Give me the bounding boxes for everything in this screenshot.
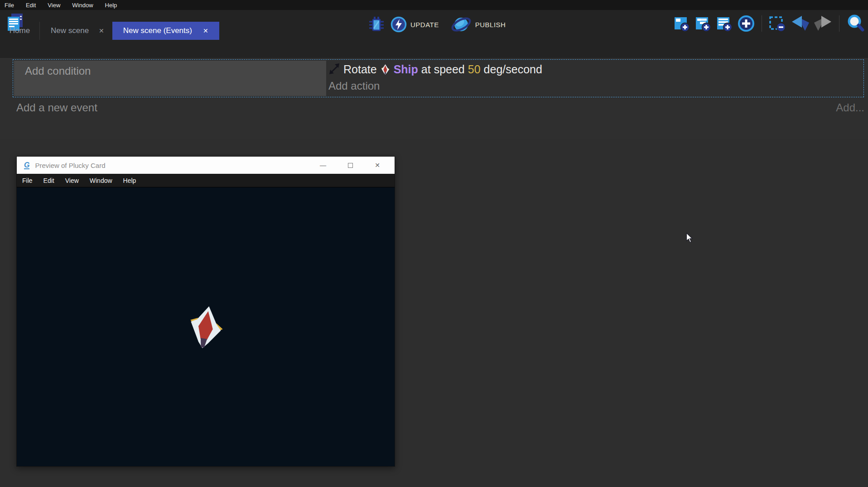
- add-event-icon: [674, 15, 690, 32]
- action-object-name: Ship: [394, 63, 418, 76]
- rotate-arrows-icon: [328, 63, 340, 76]
- add-event-button[interactable]: [674, 15, 690, 32]
- circle-plus-icon: [738, 15, 755, 32]
- menu-help[interactable]: Help: [105, 2, 117, 9]
- preview-menu-edit[interactable]: Edit: [43, 177, 54, 184]
- add-comment-button[interactable]: [716, 15, 733, 32]
- main-toolbar: UPDATE PUBLISH: [0, 10, 868, 40]
- debug-button[interactable]: [368, 15, 385, 34]
- add-more-button[interactable]: Add...: [836, 101, 864, 114]
- event-row-selected[interactable]: Add condition Rotate: [13, 59, 864, 97]
- menu-edit[interactable]: Edit: [26, 2, 36, 9]
- action-text-suffix: deg/second: [484, 63, 542, 76]
- close-tab-icon[interactable]: ✕: [99, 27, 104, 34]
- maximize-button[interactable]: [347, 162, 354, 169]
- tab-home[interactable]: Home: [0, 22, 40, 40]
- preview-window-title: Preview of Plucky Card: [35, 162, 105, 169]
- tab-new-scene-events[interactable]: New scene (Events) ✕: [112, 22, 219, 40]
- preview-menubar: File Edit View Window Help: [17, 174, 395, 187]
- tab-label: New scene: [51, 26, 89, 35]
- dashed-square-minus-icon: [769, 15, 786, 32]
- action-rotate[interactable]: Rotate Ship at speed 50 deg/second: [328, 60, 862, 78]
- tab-label: Home: [10, 26, 30, 35]
- actions-cell: Rotate Ship at speed 50 deg/second Add a…: [328, 60, 862, 95]
- undo-button[interactable]: [791, 15, 809, 32]
- redo-button[interactable]: [814, 15, 832, 32]
- window-controls: — ✕: [319, 162, 387, 169]
- preview-menu-window[interactable]: Window: [90, 177, 112, 184]
- events-sheet: Add condition Rotate: [0, 58, 868, 139]
- game-canvas[interactable]: [17, 187, 395, 466]
- add-action-placeholder[interactable]: Add action: [328, 78, 862, 95]
- debug-bug-icon: [368, 15, 385, 34]
- preview-menu-view[interactable]: View: [65, 177, 79, 184]
- undo-arrow-icon: [791, 15, 809, 32]
- update-button[interactable]: UPDATE: [391, 16, 439, 33]
- action-value: 50: [468, 63, 481, 76]
- conditions-cell[interactable]: Add condition: [14, 61, 326, 96]
- action-text-middle: at speed: [421, 63, 465, 76]
- publish-label: PUBLISH: [475, 21, 506, 29]
- tab-new-scene[interactable]: New scene ✕: [40, 22, 112, 40]
- publish-button[interactable]: PUBLISH: [451, 15, 506, 34]
- gdevelop-logo-icon: G: [24, 162, 29, 169]
- mouse-cursor: [686, 233, 694, 243]
- add-subevent-button[interactable]: [695, 15, 711, 32]
- menu-window[interactable]: Window: [72, 2, 93, 9]
- toolbar-separator: [839, 15, 839, 32]
- action-text-prefix: Rotate: [343, 63, 377, 76]
- add-comment-icon: [716, 15, 733, 32]
- minimize-button[interactable]: —: [319, 162, 327, 169]
- update-lightning-icon: [391, 16, 407, 33]
- add-other-event-button[interactable]: [738, 15, 755, 32]
- close-button[interactable]: ✕: [374, 162, 381, 169]
- preview-titlebar[interactable]: G Preview of Plucky Card — ✕: [17, 157, 395, 174]
- menu-view[interactable]: View: [48, 2, 60, 9]
- preview-menu-file[interactable]: File: [22, 177, 33, 184]
- close-tab-icon[interactable]: ✕: [203, 27, 208, 34]
- publish-sphere-icon: [451, 15, 472, 34]
- clear-selection-button[interactable]: [769, 15, 786, 32]
- search-icon: [846, 14, 865, 33]
- add-condition-placeholder[interactable]: Add condition: [14, 61, 326, 77]
- search-button[interactable]: [846, 14, 865, 33]
- tab-label: New scene (Events): [123, 26, 192, 35]
- app-menubar: File Edit View Window Help: [0, 0, 868, 10]
- toolbar-separator: [762, 15, 762, 32]
- ship-sprite: [182, 301, 230, 353]
- preview-window: G Preview of Plucky Card — ✕ File Edit V…: [16, 156, 395, 467]
- add-new-event-placeholder[interactable]: Add a new event: [16, 101, 97, 114]
- redo-arrow-icon: [814, 15, 832, 32]
- menu-file[interactable]: File: [5, 2, 14, 9]
- add-subevent-icon: [695, 15, 711, 32]
- ship-object-icon: [380, 64, 391, 75]
- toolbar-center: UPDATE PUBLISH: [368, 13, 506, 36]
- tab-bar: Home New scene ✕ New scene (Events) ✕: [0, 22, 219, 40]
- add-event-row: Add a new event Add...: [16, 101, 864, 114]
- header: UPDATE PUBLISH: [0, 10, 868, 58]
- toolbar-right: [674, 14, 865, 33]
- maximize-icon: [348, 163, 353, 168]
- update-label: UPDATE: [410, 21, 439, 29]
- preview-menu-help[interactable]: Help: [123, 177, 136, 184]
